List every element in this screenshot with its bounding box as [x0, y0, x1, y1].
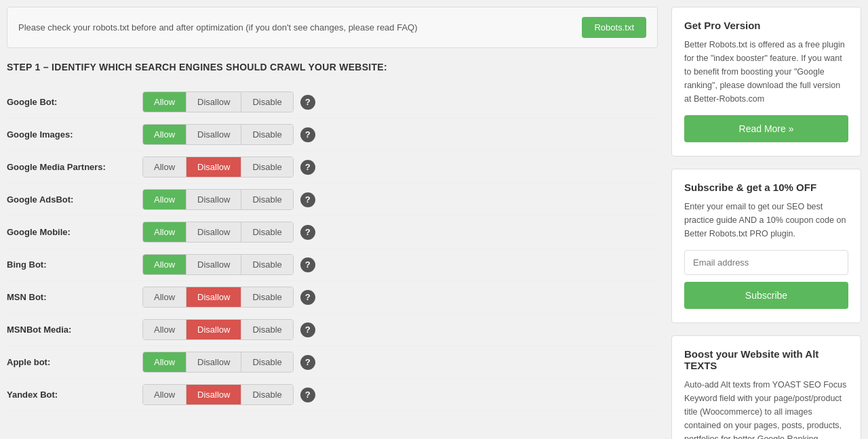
bot-row: Google Bot:AllowDisallowDisable?	[7, 86, 658, 119]
bot-disable-button[interactable]: Disable	[241, 157, 292, 177]
bot-label: Google Bot:	[7, 97, 142, 107]
bot-disallow-button[interactable]: Disallow	[186, 287, 241, 307]
bot-label: Google Media Partners:	[7, 162, 142, 172]
bot-allow-button[interactable]: Allow	[143, 157, 186, 177]
bot-btn-group: AllowDisallowDisable	[142, 124, 294, 145]
robots-txt-button[interactable]: Robots.txt	[582, 17, 646, 38]
bot-row: Google Mobile:AllowDisallowDisable?	[7, 216, 658, 249]
bot-disallow-button[interactable]: Disallow	[186, 125, 241, 144]
bot-btn-group: AllowDisallowDisable	[142, 254, 294, 275]
boost-text: Auto-add Alt texts from YOAST SEO Focus …	[684, 378, 848, 439]
help-icon[interactable]: ?	[300, 355, 315, 370]
bot-label: MSNBot Media:	[7, 325, 142, 335]
bot-disable-button[interactable]: Disable	[241, 222, 292, 242]
bot-allow-button[interactable]: Allow	[143, 385, 186, 404]
bot-allow-button[interactable]: Allow	[143, 92, 186, 112]
bot-row: Google Media Partners:AllowDisallowDisab…	[7, 151, 658, 184]
boost-title: Boost your Website with Alt TEXTS	[684, 348, 848, 371]
bot-disallow-button[interactable]: Disallow	[186, 190, 241, 209]
bot-disable-button[interactable]: Disable	[241, 190, 292, 209]
bot-btn-group: AllowDisallowDisable	[142, 156, 294, 177]
bot-allow-button[interactable]: Allow	[143, 125, 186, 144]
bot-allow-button[interactable]: Allow	[143, 190, 186, 209]
bot-disable-button[interactable]: Disable	[241, 287, 292, 307]
bot-btn-group: AllowDisallowDisable	[142, 352, 294, 373]
read-more-button[interactable]: Read More »	[684, 115, 848, 142]
subscribe-button[interactable]: Subscribe	[684, 282, 848, 309]
bot-disallow-button[interactable]: Disallow	[186, 222, 241, 242]
bot-btn-group: AllowDisallowDisable	[142, 319, 294, 340]
bot-allow-button[interactable]: Allow	[143, 320, 186, 339]
notice-bar: Please check your robots.txt before and …	[7, 7, 658, 48]
bot-allow-button[interactable]: Allow	[143, 222, 186, 242]
bot-allow-button[interactable]: Allow	[143, 352, 186, 372]
bot-label: Google Mobile:	[7, 227, 142, 237]
bot-label: Google Images:	[7, 129, 142, 140]
bot-btn-group: AllowDisallowDisable	[142, 287, 294, 308]
boost-card: Boost your Website with Alt TEXTS Auto-a…	[671, 335, 861, 439]
subscribe-card: Subscribe & get a 10% OFF Enter your ema…	[671, 169, 861, 323]
help-icon[interactable]: ?	[300, 257, 315, 272]
bot-label: Yandex Bot:	[7, 390, 142, 400]
bot-disallow-button[interactable]: Disallow	[186, 352, 241, 372]
subscribe-text: Enter your email to get our SEO best pra…	[684, 200, 848, 241]
bot-row: Google Images:AllowDisallowDisable?	[7, 119, 658, 151]
bot-disable-button[interactable]: Disable	[241, 320, 292, 339]
email-input[interactable]	[684, 250, 848, 275]
pro-version-card: Get Pro Version Better Robots.txt is off…	[671, 7, 861, 156]
bot-row: Yandex Bot:AllowDisallowDisable?	[7, 379, 658, 411]
bot-btn-group: AllowDisallowDisable	[142, 384, 294, 405]
bots-list: Google Bot:AllowDisallowDisable?Google I…	[7, 86, 658, 411]
help-icon[interactable]: ?	[300, 192, 315, 207]
bot-label: Bing Bot:	[7, 259, 142, 270]
bot-label: Google AdsBot:	[7, 194, 142, 205]
bot-row: Google AdsBot:AllowDisallowDisable?	[7, 184, 658, 216]
bot-disable-button[interactable]: Disable	[241, 385, 292, 404]
bot-row: Bing Bot:AllowDisallowDisable?	[7, 249, 658, 281]
bot-allow-button[interactable]: Allow	[143, 287, 186, 307]
bot-disable-button[interactable]: Disable	[241, 92, 292, 112]
bot-label: Apple bot:	[7, 357, 142, 367]
notice-text: Please check your robots.txt before and …	[18, 22, 418, 33]
bot-btn-group: AllowDisallowDisable	[142, 189, 294, 210]
bot-label: MSN Bot:	[7, 292, 142, 302]
bot-disallow-button[interactable]: Disallow	[186, 320, 241, 339]
bot-disable-button[interactable]: Disable	[241, 125, 292, 144]
bot-disable-button[interactable]: Disable	[241, 352, 292, 372]
bot-row: MSNBot Media:AllowDisallowDisable?	[7, 314, 658, 346]
main-content: Please check your robots.txt before and …	[0, 7, 665, 439]
bot-disallow-button[interactable]: Disallow	[186, 385, 241, 404]
pro-text: Better Robots.txt is offered as a free p…	[684, 38, 848, 106]
help-icon[interactable]: ?	[300, 225, 315, 240]
help-icon[interactable]: ?	[300, 322, 315, 337]
bot-disallow-button[interactable]: Disallow	[186, 92, 241, 112]
sidebar: Get Pro Version Better Robots.txt is off…	[665, 7, 868, 439]
pro-title: Get Pro Version	[684, 20, 848, 31]
bot-disable-button[interactable]: Disable	[241, 255, 292, 274]
subscribe-title: Subscribe & get a 10% OFF	[684, 182, 848, 193]
help-icon[interactable]: ?	[300, 95, 315, 110]
bot-disallow-button[interactable]: Disallow	[186, 255, 241, 274]
bot-disallow-button[interactable]: Disallow	[186, 157, 241, 177]
help-icon[interactable]: ?	[300, 388, 315, 402]
bot-btn-group: AllowDisallowDisable	[142, 222, 294, 243]
step-heading: STEP 1 – IDENTIFY WHICH SEARCH ENGINES S…	[7, 62, 658, 72]
bot-row: MSN Bot:AllowDisallowDisable?	[7, 281, 658, 314]
help-icon[interactable]: ?	[300, 127, 315, 142]
bot-btn-group: AllowDisallowDisable	[142, 91, 294, 112]
help-icon[interactable]: ?	[300, 160, 315, 175]
bot-allow-button[interactable]: Allow	[143, 255, 186, 274]
help-icon[interactable]: ?	[300, 290, 315, 305]
bot-row: Apple bot:AllowDisallowDisable?	[7, 346, 658, 379]
